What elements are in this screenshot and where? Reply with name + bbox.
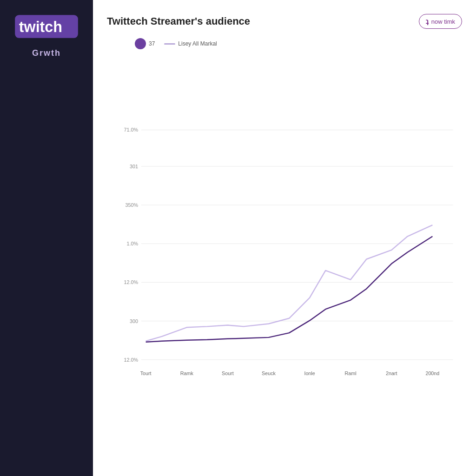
dark-line — [146, 237, 433, 342]
y-label-3: 350% — [125, 202, 138, 208]
x-label-5: Ionle — [304, 370, 315, 376]
chart-svg: 71.0% 301 350% 1.0% 12.0% 300 12.0% Tour… — [116, 52, 462, 467]
twitch-logo-icon: twitch — [14, 14, 79, 39]
x-label-7: 2nart — [386, 370, 397, 376]
legend-line-light — [164, 43, 175, 45]
y-label-2: 301 — [130, 164, 138, 169]
header: Twittech Streamer's audience ʇ now timk — [107, 14, 462, 29]
timk-icon: ʇ — [426, 17, 429, 26]
legend-item-2: Lisey All Markal — [164, 40, 217, 47]
y-label-5: 12.0% — [124, 279, 139, 285]
x-label-4: Seuck — [262, 370, 276, 376]
x-label-6: Raml — [345, 370, 357, 376]
now-timk-button[interactable]: ʇ now timk — [419, 14, 462, 29]
y-label-7: 12.0% — [124, 357, 139, 363]
y-label-4: 1.0% — [126, 241, 138, 246]
chart-title: Twittech Streamer's audience — [107, 15, 250, 27]
chart-legend: 37 Lisey All Markal — [107, 38, 462, 49]
legend-dot-purple — [135, 38, 146, 49]
svg-text:twitch: twitch — [19, 19, 62, 35]
y-label-6: 300 — [130, 318, 138, 324]
x-label-8: 200nd — [425, 370, 439, 376]
chart-area: 71.0% 301 350% 1.0% 12.0% 300 12.0% Tour… — [116, 52, 462, 467]
sidebar: twitch Grwth — [0, 0, 93, 476]
legend-value-1: 37 — [149, 40, 155, 47]
light-line — [146, 225, 433, 341]
x-label-3: Sourt — [222, 370, 234, 376]
legend-item-1: 37 — [135, 38, 155, 49]
x-label-2: Ramk — [180, 370, 194, 376]
legend-label-2: Lisey All Markal — [178, 40, 217, 47]
badge-label: now timk — [431, 18, 455, 25]
main-content: Twittech Streamer's audience ʇ now timk … — [93, 0, 476, 476]
x-label-1: Tourt — [140, 370, 152, 376]
y-label-1: 71.0% — [124, 127, 139, 132]
sidebar-subtitle: Grwth — [32, 48, 61, 58]
